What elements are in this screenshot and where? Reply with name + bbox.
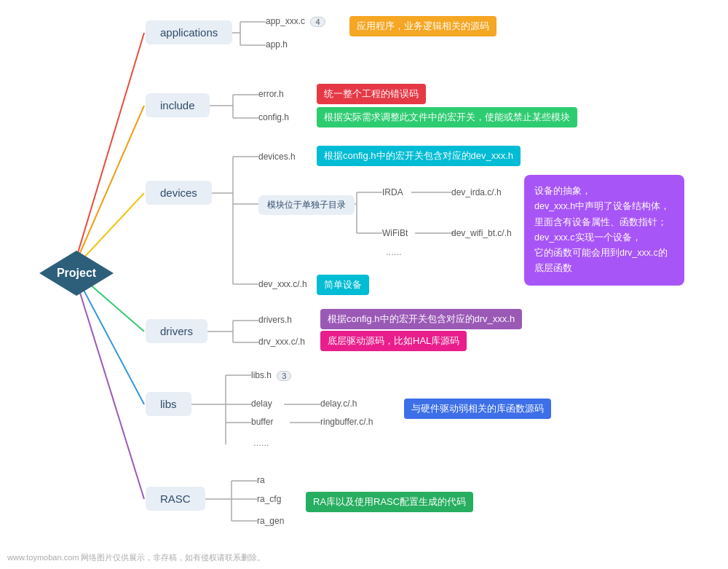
file-dev-xxx: dev_xxx.c/.h [258,279,307,289]
svg-line-5 [73,270,144,499]
file-app-h: app.h [266,39,288,50]
file-config-h: config.h [258,112,289,122]
module-subdir-box: 模块位于单独子目录 [258,195,355,215]
tag-drv-src: 底层驱动源码，比如HAL库源码 [320,331,467,351]
tag-applications: 应用程序，业务逻辑相关的源码 [349,16,496,36]
file-buffer: buffer [251,417,273,427]
section-include: include [146,93,210,117]
tag-config: 根据实际需求调整此文件中的宏开关，使能或禁止某些模块 [317,107,577,127]
libs-count-badge: 3 [277,371,291,381]
file-drv-xxx: drv_xxx.c/.h [258,337,305,347]
tag-simple-device: 简单设备 [317,275,369,295]
file-libs-h: libs.h 3 [251,370,291,381]
file-irda: IRDA [382,187,403,197]
tag-devices-h: 根据config.h中的宏开关包含对应的dev_xxx.h [317,146,521,166]
dots-devices: ...... [386,246,402,257]
svg-line-1 [73,106,144,270]
file-dev-wifi: dev_wifi_bt.c/.h [451,228,512,238]
section-rasc: RASC [146,487,205,511]
section-libs: libs [146,392,191,416]
file-ra: ra [257,475,265,485]
file-dev-irda: dev_irda.c/.h [451,187,502,197]
file-ringbuffer: ringbuffer.c/.h [320,417,373,427]
watermark: www.toymoban.com 网络图片仅供展示，非存稿，如有侵权请联系删除。 [7,552,265,563]
tag-error: 统一整个工程的错误码 [317,84,426,104]
file-app-xxx: app_xxx.c 4 [266,16,325,27]
file-error-h: error.h [258,89,284,99]
project-diamond: Project [36,248,109,291]
tag-libs: 与硬件驱动弱相关的库函数源码 [404,399,551,419]
file-devices-h: devices.h [258,152,296,162]
tag-rasc: RA库以及使用RASC配置生成的代码 [306,492,473,512]
dots-libs: ...... [253,437,269,448]
section-applications: applications [146,20,232,44]
file-ra-gen: ra_gen [257,516,284,526]
project-label: Project [57,267,96,280]
file-delay: delay [251,399,272,409]
svg-line-0 [73,33,144,270]
section-drivers: drivers [146,319,207,343]
file-drivers-h: drivers.h [258,315,292,325]
large-purple-box: 设备的抽象， dev_xxx.h中声明了设备结构体， 里面含有设备属性、函数指针… [524,175,684,286]
file-delay-src: delay.c/.h [320,399,357,409]
file-wifibt: WiFiBt [382,228,408,238]
tag-drivers-h: 根据config.h中的宏开关包含对应的drv_xxx.h [320,309,522,329]
file-ra-cfg: ra_cfg [257,494,281,504]
app-count-badge: 4 [310,17,325,27]
section-devices: devices [146,181,212,205]
